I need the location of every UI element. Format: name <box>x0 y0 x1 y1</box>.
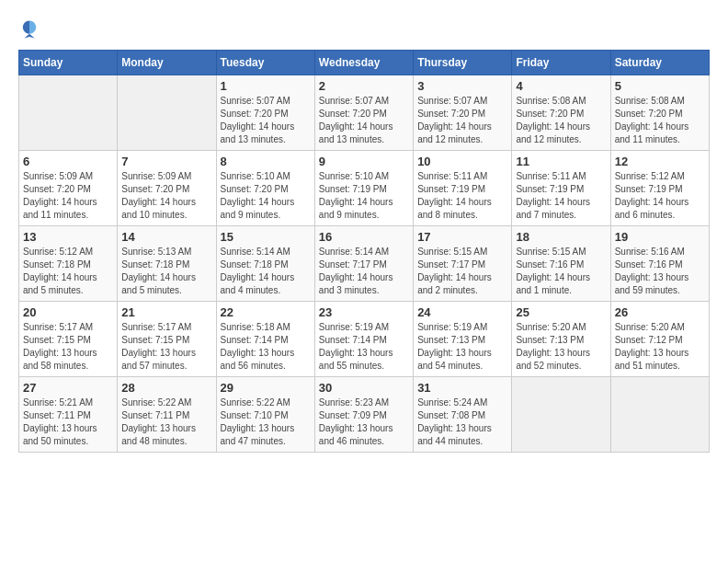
day-info: Sunrise: 5:15 AM Sunset: 7:16 PM Dayligh… <box>516 246 606 297</box>
day-cell: 17Sunrise: 5:15 AM Sunset: 7:17 PM Dayli… <box>414 226 512 302</box>
header-cell-monday: Monday <box>118 51 216 75</box>
day-number: 21 <box>121 305 211 319</box>
day-number: 31 <box>417 381 507 395</box>
day-cell: 13Sunrise: 5:12 AM Sunset: 7:18 PM Dayli… <box>19 226 118 302</box>
day-cell: 25Sunrise: 5:20 AM Sunset: 7:13 PM Dayli… <box>512 302 610 377</box>
day-info: Sunrise: 5:23 AM Sunset: 7:09 PM Dayligh… <box>319 396 409 448</box>
day-info: Sunrise: 5:10 AM Sunset: 7:20 PM Dayligh… <box>221 170 311 222</box>
day-number: 25 <box>516 305 606 319</box>
day-cell: 19Sunrise: 5:16 AM Sunset: 7:16 PM Dayli… <box>610 226 709 302</box>
day-info: Sunrise: 5:19 AM Sunset: 7:14 PM Dayligh… <box>319 321 409 373</box>
logo <box>18 18 44 40</box>
header-cell-tuesday: Tuesday <box>216 51 314 75</box>
day-cell: 18Sunrise: 5:15 AM Sunset: 7:16 PM Dayli… <box>512 226 610 302</box>
day-number: 8 <box>221 155 311 168</box>
day-cell: 1Sunrise: 5:07 AM Sunset: 7:20 PM Daylig… <box>216 75 314 151</box>
day-cell: 3Sunrise: 5:07 AM Sunset: 7:20 PM Daylig… <box>414 75 512 151</box>
day-info: Sunrise: 5:17 AM Sunset: 7:15 PM Dayligh… <box>121 321 211 373</box>
header-cell-sunday: Sunday <box>19 51 118 75</box>
week-row-2: 6Sunrise: 5:09 AM Sunset: 7:20 PM Daylig… <box>19 151 710 226</box>
day-info: Sunrise: 5:16 AM Sunset: 7:16 PM Dayligh… <box>615 246 705 297</box>
day-info: Sunrise: 5:11 AM Sunset: 7:19 PM Dayligh… <box>516 170 606 222</box>
day-info: Sunrise: 5:22 AM Sunset: 7:10 PM Dayligh… <box>221 396 311 448</box>
day-number: 23 <box>319 305 409 319</box>
day-cell: 28Sunrise: 5:22 AM Sunset: 7:11 PM Dayli… <box>118 377 216 453</box>
day-info: Sunrise: 5:09 AM Sunset: 7:20 PM Dayligh… <box>23 170 113 222</box>
day-number: 6 <box>23 155 113 168</box>
day-number: 14 <box>121 230 211 244</box>
day-number: 11 <box>516 155 606 168</box>
week-row-3: 13Sunrise: 5:12 AM Sunset: 7:18 PM Dayli… <box>19 226 710 302</box>
day-info: Sunrise: 5:22 AM Sunset: 7:11 PM Dayligh… <box>121 396 211 448</box>
day-cell <box>19 75 118 151</box>
day-cell: 16Sunrise: 5:14 AM Sunset: 7:17 PM Dayli… <box>314 226 413 302</box>
day-cell: 23Sunrise: 5:19 AM Sunset: 7:14 PM Dayli… <box>314 302 413 377</box>
day-info: Sunrise: 5:19 AM Sunset: 7:13 PM Dayligh… <box>417 321 507 373</box>
day-number: 26 <box>615 305 705 319</box>
day-info: Sunrise: 5:12 AM Sunset: 7:18 PM Dayligh… <box>23 246 113 297</box>
day-info: Sunrise: 5:10 AM Sunset: 7:19 PM Dayligh… <box>319 170 409 222</box>
day-cell: 20Sunrise: 5:17 AM Sunset: 7:15 PM Dayli… <box>19 302 118 377</box>
day-cell: 7Sunrise: 5:09 AM Sunset: 7:20 PM Daylig… <box>118 151 216 226</box>
header-cell-thursday: Thursday <box>414 51 512 75</box>
day-cell: 29Sunrise: 5:22 AM Sunset: 7:10 PM Dayli… <box>216 377 314 453</box>
day-info: Sunrise: 5:18 AM Sunset: 7:14 PM Dayligh… <box>221 321 311 373</box>
day-number: 20 <box>23 305 113 319</box>
header-cell-friday: Friday <box>512 51 610 75</box>
day-number: 30 <box>319 381 409 395</box>
day-info: Sunrise: 5:08 AM Sunset: 7:20 PM Dayligh… <box>615 95 705 146</box>
day-cell: 6Sunrise: 5:09 AM Sunset: 7:20 PM Daylig… <box>19 151 118 226</box>
day-info: Sunrise: 5:17 AM Sunset: 7:15 PM Dayligh… <box>23 321 113 373</box>
day-info: Sunrise: 5:09 AM Sunset: 7:20 PM Dayligh… <box>121 170 211 222</box>
day-cell: 2Sunrise: 5:07 AM Sunset: 7:20 PM Daylig… <box>314 75 413 151</box>
day-number: 13 <box>23 230 113 244</box>
day-info: Sunrise: 5:08 AM Sunset: 7:20 PM Dayligh… <box>516 95 606 146</box>
day-cell: 12Sunrise: 5:12 AM Sunset: 7:19 PM Dayli… <box>610 151 709 226</box>
day-cell: 31Sunrise: 5:24 AM Sunset: 7:08 PM Dayli… <box>414 377 512 453</box>
day-cell: 8Sunrise: 5:10 AM Sunset: 7:20 PM Daylig… <box>216 151 314 226</box>
logo-icon <box>18 18 40 40</box>
day-number: 2 <box>319 79 409 93</box>
day-number: 3 <box>417 79 507 93</box>
day-cell: 4Sunrise: 5:08 AM Sunset: 7:20 PM Daylig… <box>512 75 610 151</box>
day-number: 1 <box>221 79 311 93</box>
day-number: 4 <box>516 79 606 93</box>
day-cell: 10Sunrise: 5:11 AM Sunset: 7:19 PM Dayli… <box>414 151 512 226</box>
day-cell: 24Sunrise: 5:19 AM Sunset: 7:13 PM Dayli… <box>414 302 512 377</box>
day-cell <box>512 377 610 453</box>
day-number: 28 <box>121 381 211 395</box>
day-cell: 27Sunrise: 5:21 AM Sunset: 7:11 PM Dayli… <box>19 377 118 453</box>
day-cell: 15Sunrise: 5:14 AM Sunset: 7:18 PM Dayli… <box>216 226 314 302</box>
header-cell-wednesday: Wednesday <box>314 51 413 75</box>
day-cell: 9Sunrise: 5:10 AM Sunset: 7:19 PM Daylig… <box>314 151 413 226</box>
day-number: 22 <box>221 305 311 319</box>
calendar-header: SundayMondayTuesdayWednesdayThursdayFrid… <box>19 51 710 75</box>
day-cell: 5Sunrise: 5:08 AM Sunset: 7:20 PM Daylig… <box>610 75 709 151</box>
day-info: Sunrise: 5:11 AM Sunset: 7:19 PM Dayligh… <box>417 170 507 222</box>
day-number: 9 <box>319 155 409 168</box>
day-info: Sunrise: 5:15 AM Sunset: 7:17 PM Dayligh… <box>417 246 507 297</box>
day-info: Sunrise: 5:07 AM Sunset: 7:20 PM Dayligh… <box>319 95 409 146</box>
day-number: 10 <box>417 155 507 168</box>
day-cell: 26Sunrise: 5:20 AM Sunset: 7:12 PM Dayli… <box>610 302 709 377</box>
week-row-1: 1Sunrise: 5:07 AM Sunset: 7:20 PM Daylig… <box>19 75 710 151</box>
day-info: Sunrise: 5:24 AM Sunset: 7:08 PM Dayligh… <box>417 396 507 448</box>
calendar: SundayMondayTuesdayWednesdayThursdayFrid… <box>18 50 710 453</box>
day-info: Sunrise: 5:21 AM Sunset: 7:11 PM Dayligh… <box>23 396 113 448</box>
day-cell: 14Sunrise: 5:13 AM Sunset: 7:18 PM Dayli… <box>118 226 216 302</box>
header-cell-saturday: Saturday <box>610 51 709 75</box>
day-number: 16 <box>319 230 409 244</box>
day-info: Sunrise: 5:14 AM Sunset: 7:17 PM Dayligh… <box>319 246 409 297</box>
week-row-4: 20Sunrise: 5:17 AM Sunset: 7:15 PM Dayli… <box>19 302 710 377</box>
day-info: Sunrise: 5:07 AM Sunset: 7:20 PM Dayligh… <box>417 95 507 146</box>
day-cell <box>610 377 709 453</box>
day-info: Sunrise: 5:12 AM Sunset: 7:19 PM Dayligh… <box>615 170 705 222</box>
day-number: 5 <box>615 79 705 93</box>
day-cell: 30Sunrise: 5:23 AM Sunset: 7:09 PM Dayli… <box>314 377 413 453</box>
day-cell <box>118 75 216 151</box>
day-number: 27 <box>23 381 113 395</box>
day-info: Sunrise: 5:20 AM Sunset: 7:12 PM Dayligh… <box>615 321 705 373</box>
calendar-body: 1Sunrise: 5:07 AM Sunset: 7:20 PM Daylig… <box>19 75 710 453</box>
day-number: 18 <box>516 230 606 244</box>
day-number: 15 <box>221 230 311 244</box>
